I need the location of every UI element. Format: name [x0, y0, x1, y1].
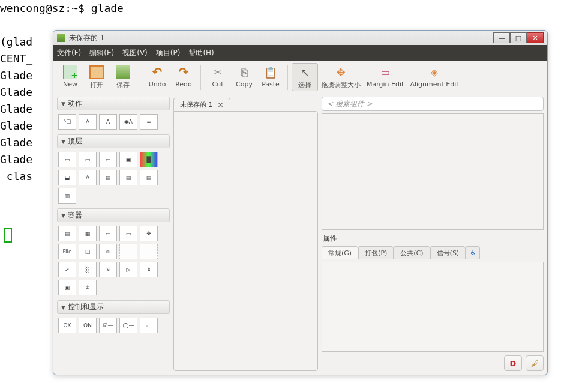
widget-icon[interactable]: ▭	[79, 152, 97, 167]
menu-file[interactable]: 文件(F)	[57, 48, 81, 58]
menu-view[interactable]: 视图(V)	[122, 48, 148, 58]
select-button[interactable]: ↖ 选择	[292, 63, 318, 91]
widget-icon[interactable]	[140, 244, 158, 259]
undo-label: Undo	[149, 80, 166, 88]
widget-icon[interactable]: ↕	[79, 280, 97, 295]
group-control[interactable]: 控制和显示	[57, 300, 170, 314]
open-button[interactable]: 打开	[83, 63, 110, 91]
widget-icon[interactable]: ☑—	[99, 318, 117, 333]
widget-icon[interactable]: A	[79, 114, 97, 130]
margin-edit-button[interactable]: ▭ Margin Edit	[364, 63, 407, 90]
margin-label: Margin Edit	[367, 80, 404, 88]
widget-icon[interactable]: ▭	[119, 226, 137, 241]
group-actions-body: ᴬ☐ A A ◉A ≡	[57, 112, 170, 133]
select-label: 选择	[298, 80, 311, 89]
toolbar-separator	[140, 65, 140, 90]
design-canvas: 未保存的 1 ✕	[173, 97, 318, 371]
save-button[interactable]: 保存	[110, 63, 136, 91]
widget-icon[interactable]: ⤢	[58, 262, 76, 277]
menu-help[interactable]: 帮助(H)	[188, 48, 214, 58]
maximize-button[interactable]: □	[510, 32, 527, 43]
widget-icon[interactable]: ⇲	[99, 262, 117, 277]
clear-button[interactable]: 🖌	[526, 355, 544, 371]
widget-icon[interactable]: ▥	[58, 188, 76, 204]
widget-icon[interactable]: ▭	[140, 318, 158, 333]
widget-icon[interactable]: ON	[79, 318, 97, 333]
copy-button[interactable]: ⎘ Copy	[231, 63, 257, 90]
canvas-area[interactable]	[173, 111, 318, 371]
tab-general[interactable]: 常规(G)	[322, 246, 358, 259]
right-pane: < 搜索组件 > 属性 常规(G) 打包(P) 公共(C) 信号(S) ♿ D …	[322, 97, 544, 371]
widget-icon[interactable]: ▤	[140, 170, 158, 185]
widget-icon[interactable]: █	[140, 152, 158, 167]
widget-icon[interactable]: ◉A	[119, 114, 137, 130]
widget-icon[interactable]: ▣	[58, 280, 76, 295]
widget-icon[interactable]: ▤	[99, 170, 117, 185]
group-toplevel[interactable]: 顶层	[57, 134, 170, 148]
widget-icon[interactable]: ▭	[99, 152, 117, 167]
menu-project[interactable]: 项目(P)	[156, 48, 181, 58]
widget-icon[interactable]	[119, 244, 137, 259]
group-actions[interactable]: 动作	[57, 97, 170, 110]
drag-resize-button[interactable]: ✥ 拖拽调整大小	[318, 63, 364, 91]
widget-icon[interactable]: ▭	[99, 226, 117, 241]
tab-pack[interactable]: 打包(P)	[358, 246, 394, 259]
tab-title: 未保存的 1	[180, 100, 213, 109]
widget-icon[interactable]: ✥	[140, 226, 158, 241]
widget-icon[interactable]: File	[58, 244, 76, 259]
new-button[interactable]: New	[57, 63, 83, 90]
cut-icon: ✂	[211, 65, 225, 79]
group-control-body: OK ON ☑— ◯— ▭	[57, 315, 170, 337]
close-icon[interactable]: ✕	[218, 101, 224, 109]
group-toplevel-body: ▭ ▭ ▭ ▣ █ ⬓ A ▤ ▤ ▤ ▥	[57, 149, 170, 207]
group-container-body: ▤ ▦ ▭ ▭ ✥ File ◫ ⧈ ⤢ ░ ⇲ ▷ ⇕ ▣ ↕	[57, 223, 170, 299]
widget-icon[interactable]: ▤	[58, 226, 76, 241]
widget-icon[interactable]: ⧈	[99, 244, 117, 259]
devhelp-button[interactable]: D	[504, 355, 522, 371]
cut-button[interactable]: ✂ Cut	[205, 63, 231, 90]
widget-icon[interactable]: ◯—	[119, 318, 137, 333]
widget-icon[interactable]: ▤	[119, 170, 137, 185]
close-button[interactable]: ✕	[527, 32, 544, 43]
bottom-buttons: D 🖌	[322, 354, 544, 371]
menu-edit[interactable]: 编辑(E)	[89, 48, 114, 58]
glade-window: 未保存的 1 — □ ✕ 文件(F) 编辑(E) 视图(V) 项目(P) 帮助(…	[53, 30, 548, 375]
widget-palette: 动作 ᴬ☐ A A ◉A ≡ 顶层 ▭ ▭ ▭ ▣ █ ⬓ A ▤ ▤ ▤ ▥	[57, 97, 170, 371]
minimize-button[interactable]: —	[493, 32, 510, 43]
redo-button[interactable]: ↷ Redo	[170, 63, 197, 90]
widget-icon[interactable]: ▣	[119, 152, 137, 167]
widget-icon[interactable]: A	[99, 114, 117, 130]
widget-icon[interactable]: ⇕	[140, 262, 158, 277]
pointer-icon: ↖	[298, 65, 312, 79]
canvas-tab[interactable]: 未保存的 1 ✕	[173, 98, 230, 111]
properties-label: 属性	[322, 232, 544, 244]
search-input[interactable]: < 搜索组件 >	[322, 97, 544, 111]
canvas-tabbar: 未保存的 1 ✕	[173, 97, 318, 111]
properties-area[interactable]	[322, 262, 544, 352]
widget-icon[interactable]: ◫	[79, 244, 97, 259]
align-label: Alignment Edit	[410, 80, 458, 88]
tab-common[interactable]: 公共(C)	[394, 246, 430, 259]
toolbar: New 打开 保存 ↶ Undo ↷ Redo ✂ Cut ⎘ Copy 📋	[53, 61, 547, 94]
widget-icon[interactable]: ░	[79, 262, 97, 277]
widget-icon[interactable]: OK	[58, 318, 76, 333]
widget-icon[interactable]: ▭	[58, 152, 76, 167]
tab-signal[interactable]: 信号(S)	[430, 246, 466, 259]
group-container[interactable]: 容器	[57, 208, 170, 222]
widget-icon[interactable]: ⬓	[58, 170, 76, 185]
tab-a11y[interactable]: ♿	[466, 246, 480, 259]
align-icon: ◈	[427, 65, 442, 79]
widget-tree[interactable]	[322, 113, 544, 230]
titlebar[interactable]: 未保存的 1 — □ ✕	[53, 31, 547, 45]
widget-icon[interactable]: ▦	[79, 226, 97, 241]
redo-icon: ↷	[176, 65, 191, 79]
widget-icon[interactable]: ▷	[119, 262, 137, 277]
alignment-edit-button[interactable]: ◈ Alignment Edit	[407, 63, 461, 90]
paste-button[interactable]: 📋 Paste	[257, 63, 284, 90]
widget-icon[interactable]: A	[79, 170, 97, 185]
widget-icon[interactable]: ≡	[140, 114, 158, 130]
new-label: New	[63, 80, 77, 88]
widget-icon[interactable]: ᴬ☐	[58, 114, 76, 130]
toolbar-separator	[287, 65, 288, 90]
undo-button[interactable]: ↶ Undo	[144, 63, 170, 90]
